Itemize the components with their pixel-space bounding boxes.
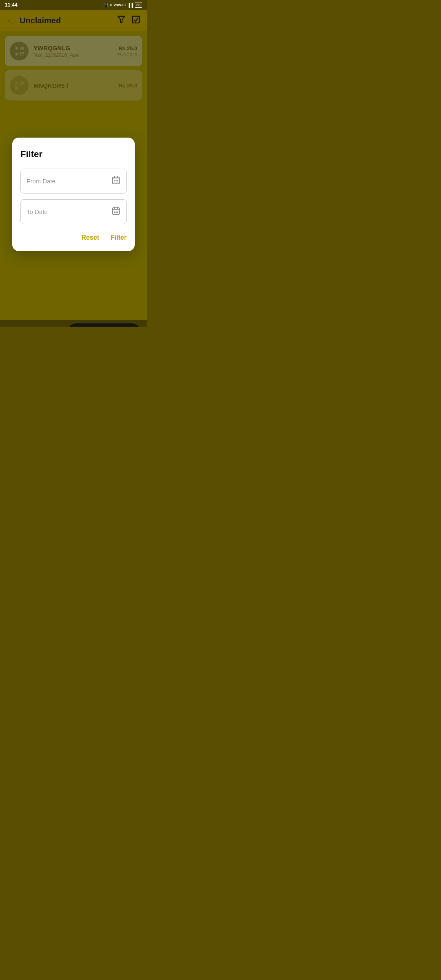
to-date-label: To Date xyxy=(27,208,48,215)
svg-rect-31 xyxy=(116,180,117,181)
page-title: Unclaimed xyxy=(20,16,112,25)
signal-icon: ▐▐ xyxy=(127,3,133,7)
from-date-calendar-icon xyxy=(111,176,120,187)
svg-rect-41 xyxy=(116,211,117,212)
svg-rect-34 xyxy=(116,182,117,183)
svg-rect-33 xyxy=(114,182,115,183)
to-date-input[interactable]: To Date xyxy=(20,199,127,224)
filter-button[interactable]: Filter xyxy=(111,234,127,241)
filter-icon[interactable] xyxy=(117,15,126,26)
status-bar: 11:44 📳 ▾ VoWIFI ▐▐ 86 xyxy=(0,0,147,10)
svg-rect-42 xyxy=(117,211,118,212)
svg-marker-0 xyxy=(118,16,125,22)
app-bar-icons xyxy=(117,15,140,26)
to-date-calendar-icon xyxy=(111,206,120,217)
status-time: 11:44 xyxy=(5,2,18,8)
from-date-input[interactable]: From Date xyxy=(20,169,127,194)
back-button[interactable]: ← xyxy=(7,16,15,25)
modal-overlay: Filter From Date xyxy=(0,31,147,327)
from-date-label: From Date xyxy=(27,178,56,185)
reset-button[interactable]: Reset xyxy=(81,234,99,241)
svg-rect-45 xyxy=(117,212,118,213)
status-icons: 📳 ▾ VoWIFI ▐▐ 86 xyxy=(103,2,142,8)
vibrate-icon: 📳 xyxy=(103,3,108,7)
check-icon[interactable] xyxy=(131,15,140,26)
filter-modal: Filter From Date xyxy=(12,138,135,251)
svg-rect-40 xyxy=(114,211,115,212)
wifi-icon: ▾ xyxy=(110,3,112,7)
svg-rect-43 xyxy=(114,212,115,213)
svg-rect-30 xyxy=(114,180,115,181)
svg-rect-35 xyxy=(117,182,118,183)
bg-content: YWRQGNLG Test_21062016_Apar Rs 25.0 26-9… xyxy=(0,31,147,327)
app-bar: ← Unclaimed xyxy=(0,10,147,31)
svg-rect-32 xyxy=(117,180,118,181)
svg-rect-1 xyxy=(133,16,140,23)
vowifi-label: VoWIFI xyxy=(114,3,126,7)
svg-rect-44 xyxy=(116,212,117,213)
battery-icon: 86 xyxy=(135,2,142,8)
modal-actions: Reset Filter xyxy=(20,234,127,241)
modal-title: Filter xyxy=(20,149,127,160)
